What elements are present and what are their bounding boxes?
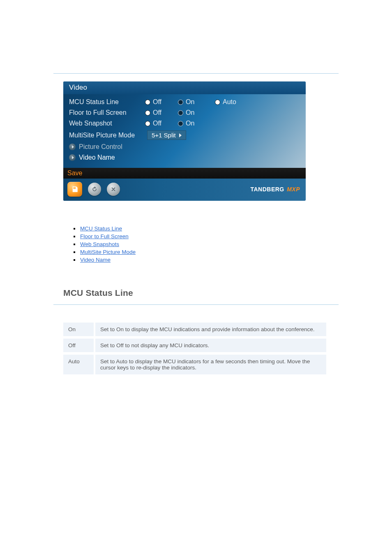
close-icon — [111, 186, 116, 192]
row-picture-control[interactable]: Picture Control — [63, 142, 300, 152]
option-on[interactable]: On — [178, 109, 215, 116]
row-video-name[interactable]: Video Name — [63, 152, 300, 163]
table-row: Auto Set to Auto to display the MCU indi… — [63, 355, 326, 374]
option-text: On — [186, 109, 194, 116]
radio-icon — [178, 100, 183, 105]
link-floor-to-full-screen[interactable]: Floor to Full Screen — [80, 233, 129, 239]
radio-icon — [215, 100, 220, 105]
refresh-icon — [91, 186, 98, 193]
link-list-item: Video Name — [72, 256, 329, 264]
table-row: On Set to On to display the MCU indicati… — [63, 323, 326, 336]
link-list-item: MultiSite Picture Mode — [72, 248, 329, 256]
option-auto[interactable]: Auto — [215, 98, 264, 106]
row-mcu-status-line: MCU Status Line Off On Auto — [63, 97, 300, 107]
subsection-title: MCU Status Line — [63, 288, 133, 298]
menu-item-label: Video Name — [79, 154, 115, 161]
video-settings-screenshot: Video MCU Status Line Off On Auto Floor … — [63, 81, 306, 201]
table-key: Auto — [63, 355, 95, 374]
table-row: Off Set to Off to not display any MCU in… — [63, 339, 326, 352]
label-multisite-picture-mode: MultiSite Picture Mode — [69, 132, 147, 139]
radio-icon — [178, 110, 183, 116]
label-web-snapshot: Web Snapshot — [69, 120, 145, 127]
table-key: Off — [63, 339, 95, 352]
radio-icon — [178, 121, 183, 126]
option-text: Off — [153, 120, 161, 127]
menu-item-label: Picture Control — [79, 143, 122, 151]
option-off[interactable]: Off — [145, 109, 178, 116]
link-list-item: Floor to Full Screen — [72, 232, 329, 240]
dropdown-value: 5+1 Split — [152, 132, 176, 139]
link-list-item: MCU Status Line — [72, 225, 329, 232]
brand-label: TANDBERG MXP — [250, 186, 300, 193]
radio-icon — [145, 100, 150, 105]
page: { "screenshot": { "title": "Video", "row… — [0, 0, 392, 555]
option-text: Off — [153, 98, 161, 106]
option-off[interactable]: Off — [145, 98, 178, 106]
mcu-status-table: On Set to On to display the MCU indicati… — [63, 323, 326, 374]
divider-top — [53, 73, 339, 74]
radio-icon — [145, 121, 150, 126]
option-text: On — [186, 98, 194, 106]
play-icon — [69, 144, 76, 150]
divider-mid — [53, 304, 339, 305]
option-on[interactable]: On — [178, 98, 215, 106]
play-icon — [69, 154, 76, 161]
brand-suffix: MXP — [287, 186, 300, 193]
picture-mode-dropdown[interactable]: 5+1 Split — [147, 130, 186, 140]
panel-footer: TANDBERG MXP — [63, 179, 306, 201]
row-floor-to-fullscreen: Floor to Full Screen Off On — [63, 107, 300, 118]
close-button[interactable] — [107, 183, 120, 196]
row-web-snapshot: Web Snapshot Off On — [63, 118, 300, 129]
table-value: Set to Auto to display the MCU indicator… — [95, 355, 326, 374]
brand-name: TANDBERG — [250, 186, 284, 193]
footer-buttons — [67, 182, 120, 197]
label-mcu-status-line: MCU Status Line — [69, 98, 145, 106]
row-multisite-picture-mode: MultiSite Picture Mode 5+1 Split — [63, 129, 300, 142]
link-web-snapshots[interactable]: Web Snapshots — [80, 241, 119, 247]
option-on[interactable]: On — [178, 120, 215, 127]
option-text: Auto — [223, 98, 236, 106]
link-list: MCU Status Line Floor to Full Screen Web… — [72, 225, 329, 264]
panel-title: Video — [63, 81, 306, 94]
option-text: Off — [153, 109, 161, 116]
table-value: Set to Off to not display any MCU indica… — [95, 339, 326, 352]
table-value: Set to On to display the MCU indications… — [95, 323, 326, 336]
option-off[interactable]: Off — [145, 120, 178, 127]
radio-icon — [145, 110, 150, 116]
option-text: On — [186, 120, 194, 127]
link-multisite-picture-mode[interactable]: MultiSite Picture Mode — [80, 249, 136, 255]
save-bar: Save — [63, 168, 306, 179]
table-key: On — [63, 323, 95, 336]
chevron-right-icon — [179, 133, 182, 137]
save-button[interactable] — [67, 182, 82, 197]
floppy-disk-icon — [71, 186, 78, 193]
refresh-button[interactable] — [88, 183, 101, 196]
link-video-name[interactable]: Video Name — [80, 257, 111, 263]
panel-body: MCU Status Line Off On Auto Floor to Ful… — [63, 94, 306, 168]
link-list-item: Web Snapshots — [72, 240, 329, 248]
link-mcu-status-line[interactable]: MCU Status Line — [80, 225, 122, 232]
label-floor-to-fullscreen: Floor to Full Screen — [69, 109, 145, 116]
